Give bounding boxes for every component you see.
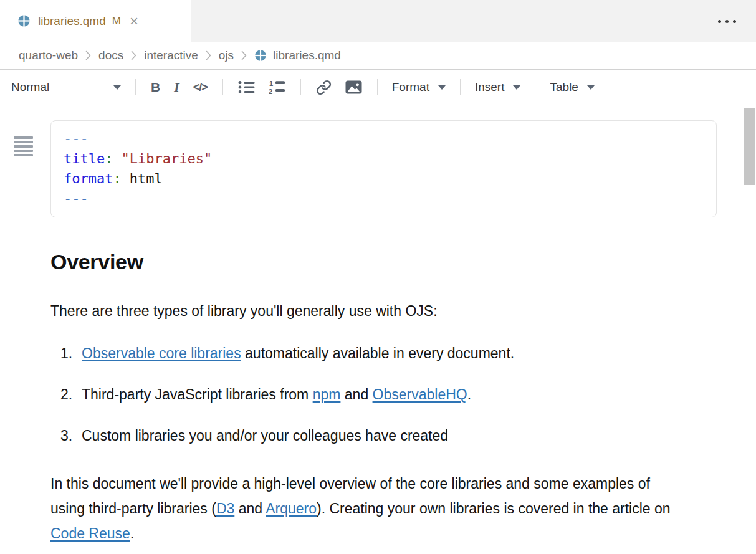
- bold-button[interactable]: B: [144, 77, 167, 97]
- breadcrumb-interactive[interactable]: interactive: [144, 49, 198, 62]
- tab-libraries-qmd[interactable]: libraries.qmd M ×: [0, 0, 191, 42]
- yaml-delimiter: ---: [64, 129, 704, 149]
- paragraph-style-dropdown[interactable]: Normal: [9, 78, 127, 97]
- link-button[interactable]: [309, 77, 338, 98]
- table-menu-button[interactable]: Table: [543, 78, 600, 97]
- breadcrumb-libraries-qmd[interactable]: libraries.qmd: [273, 49, 341, 62]
- chevron-right-icon: [85, 50, 92, 61]
- modified-badge: M: [112, 15, 121, 27]
- numbered-list-icon: 1 2: [269, 80, 285, 95]
- numbered-list-button[interactable]: 1 2: [262, 77, 292, 97]
- link-code-reuse[interactable]: Code Reuse: [50, 525, 130, 542]
- list-item: 1. Observable core libraries automatical…: [60, 345, 756, 362]
- quarto-icon: [254, 49, 267, 62]
- yaml-title-line: title:"Libraries": [64, 149, 704, 169]
- close-icon[interactable]: ×: [130, 14, 138, 29]
- toolbar-divider: [535, 79, 535, 95]
- chevron-down-icon: [513, 85, 520, 90]
- breadcrumb-docs[interactable]: docs: [98, 49, 123, 62]
- italic-icon: I: [174, 79, 179, 95]
- code-button[interactable]: </>: [186, 79, 214, 97]
- bold-icon: B: [151, 80, 160, 95]
- tab-title: libraries.qmd: [38, 14, 106, 28]
- toolbar-divider: [460, 79, 461, 95]
- link-observablehq[interactable]: ObservableHQ: [373, 386, 467, 403]
- yaml-delimiter: ---: [64, 189, 704, 209]
- paragraph-style-value: Normal: [11, 80, 49, 94]
- link-d3[interactable]: D3: [216, 500, 234, 517]
- format-menu-button[interactable]: Format: [386, 78, 452, 97]
- quarto-icon: [17, 14, 31, 27]
- scrollbar-thumb[interactable]: [744, 108, 755, 185]
- image-icon: [345, 80, 362, 94]
- bullet-list-icon: [238, 80, 255, 94]
- intro-paragraph: There are three types of library you'll …: [50, 302, 756, 320]
- bullet-list-button[interactable]: [231, 78, 262, 97]
- breadcrumb-quarto-web[interactable]: quarto-web: [19, 49, 78, 62]
- insert-menu-button[interactable]: Insert: [469, 78, 527, 97]
- chevron-down-icon: [438, 85, 446, 90]
- yaml-frontmatter-block[interactable]: --- title:"Libraries" format:html ---: [50, 120, 717, 217]
- link-icon: [316, 80, 332, 95]
- closing-paragraph: In this document we'll provide a high-le…: [50, 471, 680, 546]
- toolbar-divider: [377, 79, 378, 95]
- chevron-right-icon: [205, 50, 212, 61]
- chevron-down-icon: [587, 85, 595, 90]
- document-body: Overview There are three types of librar…: [0, 249, 756, 546]
- chevron-right-icon: [241, 50, 247, 61]
- editor-content: --- title:"Libraries" format:html --- Ov…: [0, 120, 756, 538]
- link-observable-core-libraries[interactable]: Observable core libraries: [82, 345, 241, 361]
- chevron-down-icon: [113, 85, 121, 90]
- svg-text:2: 2: [269, 88, 272, 95]
- toolbar-divider: [300, 79, 301, 95]
- toolbar-divider: [135, 79, 136, 95]
- toolbar-divider: [222, 79, 223, 95]
- link-arquero[interactable]: Arquero: [266, 500, 317, 517]
- italic-button[interactable]: I: [167, 77, 186, 98]
- heading-overview: Overview: [50, 249, 756, 275]
- more-actions-icon[interactable]: [715, 17, 739, 26]
- link-npm[interactable]: npm: [313, 386, 341, 403]
- breadcrumb-ojs[interactable]: ojs: [219, 49, 234, 62]
- visual-editor-window: libraries.qmd M × quarto-web docs intera…: [0, 0, 756, 554]
- formatting-toolbar: Normal B I </> 1 2: [0, 70, 756, 105]
- chevron-right-icon: [130, 50, 137, 61]
- svg-text:1: 1: [269, 80, 273, 87]
- breadcrumb: quarto-web docs interactive ojs librarie…: [0, 42, 756, 70]
- list-item: 2. Third-party JavaScript libraries from…: [60, 386, 756, 403]
- code-icon: </>: [193, 81, 208, 94]
- image-button[interactable]: [338, 78, 369, 97]
- list-item: 3. Custom libraries you and/or your coll…: [60, 427, 756, 444]
- tab-bar: libraries.qmd M ×: [0, 0, 756, 42]
- drag-handle-icon[interactable]: [14, 136, 33, 160]
- yaml-format-line: format:html: [64, 169, 704, 189]
- ordered-list: 1. Observable core libraries automatical…: [50, 345, 756, 444]
